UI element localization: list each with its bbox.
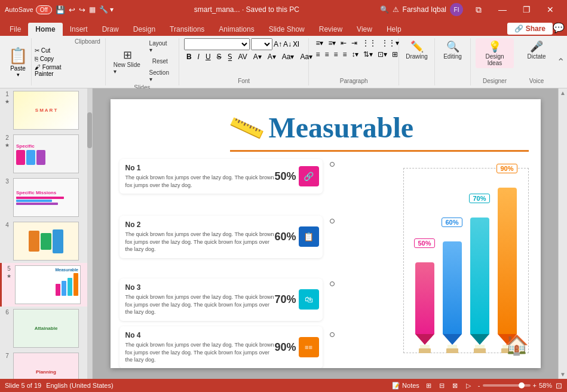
paste-dropdown[interactable]: ▾ bbox=[17, 72, 20, 78]
increase-indent-btn[interactable]: ⇥ bbox=[350, 38, 359, 48]
slide-sorter-btn[interactable]: ⊟ bbox=[436, 380, 448, 391]
tab-insert[interactable]: Insert bbox=[63, 23, 95, 36]
fit-to-window-btn[interactable]: ⊡ bbox=[556, 381, 562, 390]
collapse-ribbon[interactable]: ⌃ bbox=[554, 38, 567, 85]
slide-thumb-2[interactable]: 2 ★ Specific bbox=[0, 132, 92, 176]
slide-canvas[interactable]: 📏 Measurable No 1 The quick brown fox ju… bbox=[111, 99, 541, 368]
slide-thumb-1[interactable]: 1 ★ S M A R T bbox=[0, 88, 92, 132]
slideshow-view-btn[interactable]: ▷ bbox=[462, 380, 474, 391]
autosave-toggle[interactable]: Off bbox=[36, 5, 52, 14]
tab-file[interactable]: File bbox=[2, 23, 28, 36]
numbering-btn[interactable]: ≡▾ bbox=[326, 38, 338, 48]
text-highlight-btn[interactable]: A▾ bbox=[265, 52, 278, 62]
slide-thumb-5[interactable]: 5 ★ Measurable bbox=[0, 263, 92, 307]
item-3-title: No 3 bbox=[125, 283, 275, 292]
zoom-area: - + 58% bbox=[478, 382, 552, 389]
share-button[interactable]: 🔗 Share bbox=[507, 23, 553, 35]
bold-button[interactable]: B bbox=[184, 52, 194, 62]
reading-view-btn[interactable]: ⊠ bbox=[449, 380, 461, 391]
font-color-btn[interactable]: A▾ bbox=[251, 52, 264, 62]
tab-design[interactable]: Design bbox=[126, 23, 163, 36]
restore-down-btn[interactable]: ⧉ bbox=[467, 0, 491, 19]
tab-home[interactable]: Home bbox=[28, 23, 62, 36]
undo-icon[interactable]: ↩ bbox=[69, 5, 75, 14]
tab-review[interactable]: Review bbox=[312, 23, 350, 36]
shadow-button[interactable]: S̲ bbox=[225, 52, 235, 62]
align-text-btn[interactable]: ⊡▾ bbox=[376, 50, 389, 59]
text-direction-btn[interactable]: ⇅▾ bbox=[361, 50, 375, 59]
design-ideas-button[interactable]: 💡 Design Ideas bbox=[476, 38, 514, 68]
align-center-btn[interactable]: ≡ bbox=[323, 50, 330, 59]
paste-button[interactable]: 📋 Paste ▾ bbox=[5, 38, 32, 85]
new-slide-button[interactable]: ⊞ New Slide ▾ bbox=[111, 47, 145, 76]
columns-btn[interactable]: ⋮⋮▾ bbox=[379, 38, 401, 48]
format-painter-button[interactable]: 🖌 Format Painter bbox=[33, 63, 75, 78]
copy-button[interactable]: ⎘ Copy bbox=[33, 55, 75, 63]
align-right-btn[interactable]: ≡ bbox=[332, 50, 339, 59]
item-2: No 2 The quick brown fox jumps over the … bbox=[119, 216, 323, 258]
decrease-indent-btn[interactable]: ⇤ bbox=[339, 38, 348, 48]
smartart-btn[interactable]: ⋮⋮ bbox=[360, 38, 378, 48]
maximize-btn[interactable]: ❐ bbox=[514, 0, 538, 19]
section-button[interactable]: Section ▾ bbox=[146, 68, 174, 84]
customize-icon[interactable]: 🔧 ▾ bbox=[99, 5, 114, 14]
italic-button[interactable]: I bbox=[195, 52, 202, 62]
line-spacing-btn[interactable]: ↕▾ bbox=[350, 50, 360, 59]
justify-btn[interactable]: ≡ bbox=[341, 50, 348, 59]
user-avatar[interactable]: FI bbox=[450, 3, 463, 16]
slide-thumb-4[interactable]: 4 ★ bbox=[0, 219, 92, 263]
para-row2: ≡ ≡ ≡ ≡ ↕▾ ⇅▾ ⊡▾ ⊞ bbox=[314, 50, 394, 59]
redo-icon[interactable]: ↪ bbox=[79, 5, 85, 14]
layout-button[interactable]: Layout ▾ bbox=[146, 38, 174, 55]
search-icon[interactable]: 🔍 bbox=[380, 5, 389, 14]
tab-help[interactable]: Help bbox=[379, 23, 409, 36]
window-controls: ⧉ — ❐ ✕ bbox=[467, 0, 562, 19]
status-bar: Slide 5 of 19 English (United States) 📝 … bbox=[0, 379, 567, 392]
slide-thumb-3[interactable]: 3 ★ Specific Missions bbox=[0, 176, 92, 219]
tab-transitions[interactable]: Transitions bbox=[163, 23, 212, 36]
editing-button[interactable]: 🔍 Editing bbox=[440, 38, 466, 62]
font-row2: B I U S S̲ AV A▾ A▾ Aa▾ Aa▾ bbox=[184, 52, 304, 62]
minimize-btn[interactable]: — bbox=[491, 0, 514, 19]
save-icon[interactable]: 💾 bbox=[56, 5, 65, 14]
align-left-btn[interactable]: ≡ bbox=[314, 50, 321, 59]
char-spacing-btn[interactable]: AV bbox=[236, 52, 250, 62]
slide-thumb-6[interactable]: 6 ★ Attainable bbox=[0, 307, 92, 350]
normal-view-btn[interactable]: ⊞ bbox=[423, 380, 435, 391]
slide-num-2: 2 ★ bbox=[4, 134, 11, 148]
reset-button[interactable]: Reset bbox=[146, 56, 174, 66]
item-3-icon: 🛍 bbox=[299, 289, 319, 310]
cut-button[interactable]: ✂ Cut bbox=[33, 47, 75, 54]
tab-slideshow[interactable]: Slide Show bbox=[262, 23, 312, 36]
tab-view[interactable]: View bbox=[350, 23, 379, 36]
collapse-icon[interactable]: ⌃ bbox=[557, 56, 565, 68]
tab-draw[interactable]: Draw bbox=[95, 23, 126, 36]
font-family-select[interactable] bbox=[184, 38, 250, 50]
slides-group: ⊞ New Slide ▾ Layout ▾ Reset Section ▾ S… bbox=[106, 38, 179, 85]
font-size-select[interactable] bbox=[251, 38, 272, 50]
increase-font-btn[interactable]: A↑ bbox=[274, 40, 282, 48]
scroll-thumb[interactable] bbox=[87, 112, 92, 148]
dictate-button[interactable]: 🎤 Dictate bbox=[523, 38, 550, 62]
scroll-up-arrow[interactable]: ▲ bbox=[559, 88, 567, 97]
paste-icon: 📋 bbox=[8, 47, 27, 65]
underline-button[interactable]: U bbox=[203, 52, 213, 62]
font-size-btn2[interactable]: Aa▾ bbox=[280, 52, 297, 62]
notes-button[interactable]: 📝 Notes bbox=[392, 382, 419, 390]
slide-thumb-7[interactable]: 7 ★ Planning bbox=[0, 350, 92, 379]
zoom-slider[interactable] bbox=[483, 384, 531, 387]
title-bar: AutoSave Off 💾 ↩ ↪ ▦ 🔧 ▾ smart_mana... ·… bbox=[0, 0, 567, 19]
bullets-btn[interactable]: ≡▾ bbox=[314, 38, 325, 48]
selection-dot-1 bbox=[330, 162, 335, 167]
tab-animations[interactable]: Animations bbox=[212, 23, 261, 36]
drawing-button[interactable]: ✏️ Drawing bbox=[403, 38, 431, 62]
close-btn[interactable]: ✕ bbox=[538, 0, 562, 19]
decrease-font-btn[interactable]: A↓ bbox=[283, 40, 292, 48]
comment-icon[interactable]: 💬 bbox=[553, 22, 565, 33]
scroll-down-arrow[interactable]: ▼ bbox=[559, 370, 567, 379]
slide-panel-scrollbar[interactable] bbox=[87, 88, 92, 379]
clear-format-btn[interactable]: Ⅺ bbox=[293, 40, 299, 48]
zoom-in-btn[interactable]: + bbox=[533, 382, 537, 389]
zoom-out-btn[interactable]: - bbox=[478, 382, 480, 389]
strikethrough-button[interactable]: S bbox=[214, 52, 224, 62]
